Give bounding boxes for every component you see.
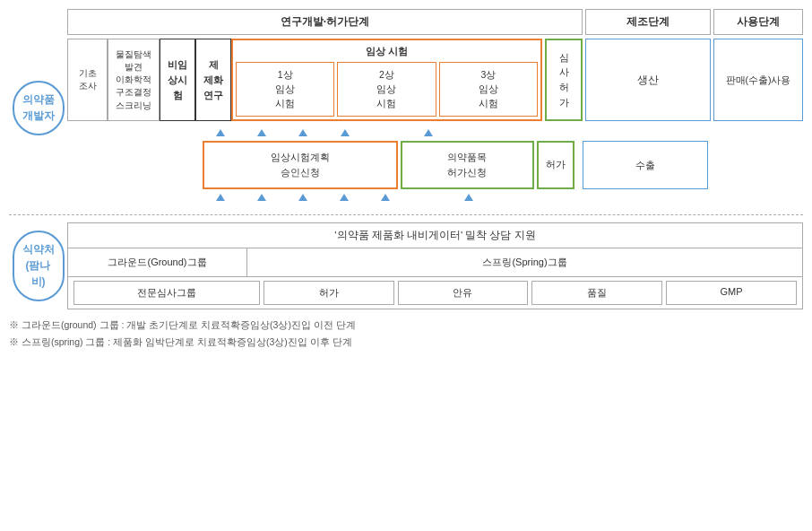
mfds-sub-row: 전문심사그룹 허가 안유 품질 GMP (68, 277, 802, 309)
header-rnd: 연구개발·허가단계 (67, 9, 583, 35)
top-section: 의약품 개발자 연구개발·허가단계 제조단계 사용단계 기초 조사 (9, 9, 803, 207)
stage-jejeform: 제 제화 연구 (195, 39, 231, 121)
arrow-production (424, 129, 433, 136)
arrow-export (464, 194, 473, 201)
arrow-app1 (216, 194, 225, 201)
mfds-title-row: '의약품 제품화 내비게이터' 밀착 상담 지원 (68, 223, 802, 248)
ground-group: 그라운드(Ground)그룹 (68, 248, 247, 276)
notes-section: ※ 그라운드(ground) 그룹 : 개발 초기단계로 치료적확증임상(3상)… (9, 317, 803, 351)
arrows-row-2 (67, 189, 803, 204)
drug-app-box: 의약품목 허가신청 (401, 141, 534, 189)
note-1: ※ 스프링(spring) 그룹 : 제품화 임박단계로 치료적확증임상(3상)… (9, 334, 803, 351)
arrows-row-1 (67, 125, 803, 139)
arrow-app4 (340, 194, 349, 201)
arrow-review (341, 129, 350, 136)
developer-label: 의약품 개발자 (22, 93, 55, 122)
developer-left-label: 의약품 개발자 (9, 9, 67, 207)
approval-box: 허가 (537, 141, 574, 189)
clinical-outer: 임상 시험 1상 임상 시험 2상 임상 시험 3상 임상 시험 (231, 39, 542, 121)
arrow-phase1 (216, 129, 225, 136)
sub-item-0: 전문심사그룹 (73, 281, 260, 305)
developer-oval: 의약품 개발자 (13, 81, 65, 135)
header-row: 연구개발·허가단계 제조단계 사용단계 (67, 9, 803, 35)
mfds-label: 식약처 (팜나비) (22, 243, 55, 288)
clinical-phases: 1상 임상 시험 2상 임상 시험 3상 임상 시험 (236, 62, 538, 117)
spacer-left (67, 141, 200, 189)
mfds-oval: 식약처 (팜나비) (13, 231, 65, 301)
arrow-phase3 (298, 129, 307, 136)
second-row: 임상시험계획 승인신청 의약품목 허가신청 허가 수출 (67, 141, 803, 189)
stage-biim: 비임 상시 험 (160, 39, 195, 121)
stage-muljil: 물질탐색 발견 이화학적 구조결정 스크리닝 (108, 39, 160, 121)
spacer-right (711, 141, 803, 189)
phase3-box: 3상 임상 시험 (439, 62, 538, 117)
sub-item-2: 안유 (398, 281, 529, 305)
arrow-app5 (381, 194, 390, 201)
clinical-title: 임상 시험 (236, 43, 538, 62)
clinical-plan-box: 임상시험계획 승인신청 (203, 141, 398, 189)
review-box: 심 사 허 가 (545, 39, 583, 121)
mfds-groups-row: 그라운드(Ground)그룹 스프링(Spring)그룹 (68, 248, 802, 277)
developer-right-content: 연구개발·허가단계 제조단계 사용단계 기초 조사 물질탐색 발견 이화학적 구… (67, 9, 803, 207)
production-box: 생산 (585, 39, 711, 121)
mfds-left-label: 식약처 (팜나비) (9, 222, 67, 309)
mfds-content: '의약품 제품화 내비게이터' 밀착 상담 지원 그라운드(Ground)그룹 … (67, 222, 803, 309)
export-box: 수출 (583, 141, 708, 189)
bottom-section: 식약처 (팜나비) '의약품 제품화 내비게이터' 밀착 상담 지원 그라운드(… (9, 222, 803, 309)
header-use: 사용단계 (713, 9, 803, 35)
arrow-app3 (298, 194, 307, 201)
sub-item-3: 품질 (531, 281, 662, 305)
sub-item-4: GMP (666, 281, 797, 305)
stage-kiso: 기초 조사 (67, 39, 108, 121)
phase2-box: 2상 임상 시험 (337, 62, 436, 117)
arrow-phase2 (257, 129, 266, 136)
phase1-box: 1상 임상 시험 (236, 62, 334, 117)
note-0: ※ 그라운드(ground) 그룹 : 개발 초기단계로 치료적확증임상(3상)… (9, 317, 803, 334)
header-mfg: 제조단계 (585, 9, 711, 35)
stages-row: 기초 조사 물질탐색 발견 이화학적 구조결정 스크리닝 비임 상시 험 제 제… (67, 39, 803, 121)
divider (9, 214, 803, 215)
sales-box: 판매(수출)사용 (713, 39, 803, 121)
main-container: 의약품 개발자 연구개발·허가단계 제조단계 사용단계 기초 조사 (9, 9, 803, 351)
sub-item-1: 허가 (263, 281, 394, 305)
arrow-app2 (257, 194, 266, 201)
spring-group: 스프링(Spring)그룹 (247, 248, 802, 276)
